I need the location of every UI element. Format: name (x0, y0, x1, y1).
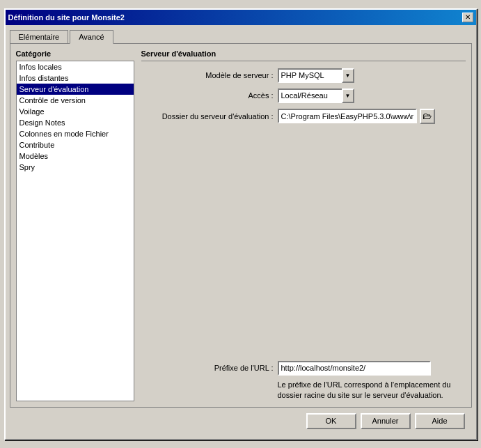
sidebar-item-contribute[interactable]: Contribute (17, 139, 134, 150)
acces-control: Local/Réseau FTP SFTP RDS ▼ (278, 88, 354, 103)
tab-panel-avance: Catégorie Infos locales Infos distantes … (10, 43, 472, 408)
url-hint: Le préfixe de l'URL correspond à l'empla… (278, 380, 452, 401)
url-label: Préfixe de l'URL : (141, 364, 274, 372)
dossier-input[interactable] (278, 109, 417, 123)
url-row: Préfixe de l'URL : (141, 361, 466, 376)
sidebar-item-controle-version[interactable]: Contrôle de version (17, 95, 134, 106)
acces-select[interactable]: Local/Réseau FTP SFTP RDS (278, 88, 354, 103)
help-button[interactable]: Aide (415, 413, 465, 429)
sidebar-item-modeles[interactable]: Modèles (17, 150, 134, 162)
folder-icon: 🗁 (423, 111, 432, 121)
sidebar-item-infos-distantes[interactable]: Infos distantes (17, 72, 134, 84)
title-bar: Définition du site pour Monsite2 ✕ (6, 10, 476, 25)
form-grid: Modèle de serveur : PHP MySQL ASP JavaSc… (141, 68, 466, 124)
tab-avance[interactable]: Avancé (70, 30, 113, 44)
acces-row: Accès : Local/Réseau FTP SFTP RDS ▼ (141, 88, 466, 103)
modele-select[interactable]: PHP MySQL ASP JavaScript ASP VBScript AS… (278, 68, 354, 83)
tab-bar: Elémentaire Avancé (10, 29, 472, 43)
close-button[interactable]: ✕ (462, 13, 473, 22)
main-panel: Serveur d'évaluation Modèle de serveur :… (141, 49, 466, 401)
main-window: Définition du site pour Monsite2 ✕ Eléme… (4, 8, 478, 440)
modele-control: PHP MySQL ASP JavaScript ASP VBScript AS… (278, 68, 354, 83)
cancel-button[interactable]: Annuler (361, 413, 411, 429)
category-panel: Catégorie Infos locales Infos distantes … (16, 49, 134, 401)
url-section: Préfixe de l'URL : Le préfixe de l'URL c… (141, 354, 466, 401)
sidebar-item-colonnes-fichier[interactable]: Colonnes en mode Fichier (17, 128, 134, 139)
window-title: Définition du site pour Monsite2 (8, 13, 125, 22)
content-area: Elémentaire Avancé Catégorie Infos local… (6, 25, 476, 439)
main-panel-title: Serveur d'évaluation (141, 49, 466, 61)
acces-select-wrapper: Local/Réseau FTP SFTP RDS ▼ (278, 88, 354, 103)
dossier-control: 🗁 (278, 109, 435, 124)
tab-elementaire[interactable]: Elémentaire (10, 30, 69, 44)
sidebar-item-infos-locales[interactable]: Infos locales (17, 61, 134, 72)
folder-browse-button[interactable]: 🗁 (420, 109, 435, 124)
sidebar-item-design-notes[interactable]: Design Notes (17, 117, 134, 128)
modele-row: Modèle de serveur : PHP MySQL ASP JavaSc… (141, 68, 466, 83)
url-input[interactable] (278, 361, 431, 376)
acces-label: Accès : (141, 91, 274, 100)
modele-label: Modèle de serveur : (141, 71, 274, 79)
category-label: Catégorie (16, 49, 134, 58)
button-bar: OK Annuler Aide (10, 408, 472, 435)
ok-button[interactable]: OK (306, 413, 356, 429)
sidebar-item-serveur-evaluation[interactable]: Serveur d'évaluation (17, 84, 134, 95)
sidebar-item-voilage[interactable]: Voilage (17, 106, 134, 117)
dossier-row: Dossier du serveur d'évaluation : 🗁 (141, 109, 466, 124)
dossier-label: Dossier du serveur d'évaluation : (141, 112, 274, 121)
sidebar-item-spry[interactable]: Spry (17, 162, 134, 173)
modele-select-wrapper: PHP MySQL ASP JavaScript ASP VBScript AS… (278, 68, 354, 83)
category-list: Infos locales Infos distantes Serveur d'… (16, 61, 134, 401)
